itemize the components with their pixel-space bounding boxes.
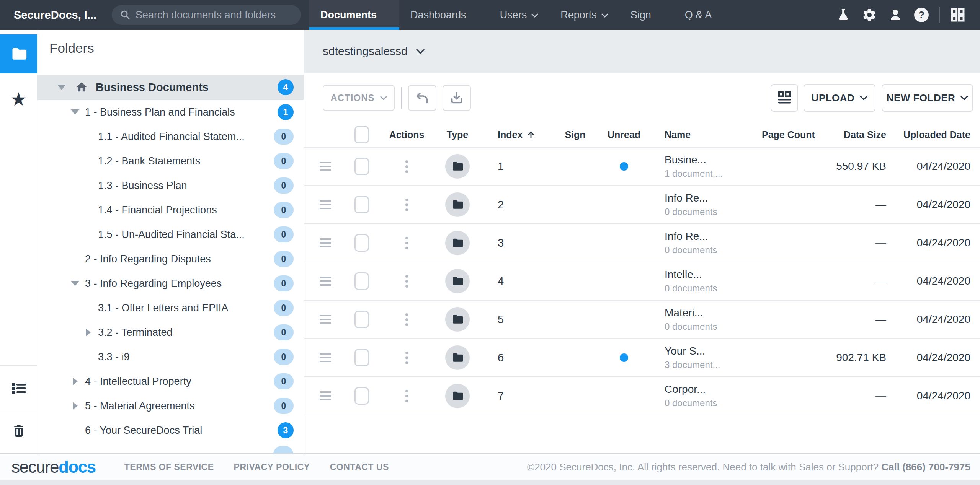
select-all-checkbox[interactable] — [354, 126, 369, 143]
nav-tab-label: Documents — [320, 9, 377, 21]
tree-item[interactable]: 3.2 - Terminated 0 — [37, 320, 304, 345]
undo-button[interactable] — [408, 85, 436, 111]
sign-cell — [549, 224, 601, 262]
tree-item[interactable]: 6 - Your SecureDocs Trial 3 — [37, 418, 304, 443]
column-header-index[interactable]: Index — [479, 129, 549, 140]
tree-item[interactable]: 1 - Business Plan and Financials 1 — [37, 100, 304, 124]
drag-handle-icon[interactable] — [320, 315, 331, 324]
nav-tab[interactable]: Q & A — [674, 0, 735, 30]
expander-triangle-icon[interactable] — [83, 328, 93, 337]
footer-link[interactable]: TERMS OF SERVICE — [124, 462, 214, 472]
drag-handle-icon[interactable] — [320, 277, 331, 286]
user-icon[interactable] — [882, 0, 908, 30]
tree-item-label: 6 - Your SecureDocs Trial — [85, 425, 202, 436]
tree-item[interactable]: 3.3 - i9 0 — [37, 345, 304, 369]
tree-item-badge: 0 — [274, 202, 294, 218]
expander-triangle-icon[interactable] — [70, 107, 80, 117]
table-row[interactable]: 3 Info Re... 0 documents — 04/24/2020 — [304, 224, 980, 262]
drag-handle-icon[interactable] — [320, 200, 331, 209]
row-actions-menu-icon[interactable] — [405, 352, 408, 364]
table-row[interactable]: 2 Info Re... 0 documents — 04/24/2020 — [304, 186, 980, 224]
table-row[interactable]: 6 Your S... 3 document... 902.71 KB 04/2… — [304, 339, 980, 377]
row-actions-menu-icon[interactable] — [405, 199, 408, 211]
row-checkbox[interactable] — [354, 311, 369, 328]
lab-flask-icon[interactable] — [830, 0, 856, 30]
expand-triangle-icon[interactable] — [57, 85, 66, 90]
workspace-dropdown[interactable]: sdtestingsalessd — [323, 45, 425, 58]
actions-button[interactable]: ACTIONS — [323, 85, 395, 111]
tree-item[interactable]: 3 - Info Regarding Employees 0 — [37, 271, 304, 296]
search-input[interactable] — [136, 9, 289, 21]
rail-index-list-icon[interactable] — [0, 375, 37, 402]
download-button[interactable] — [443, 85, 471, 111]
table-row[interactable]: 4 Intelle... 0 documents — 04/24/2020 — [304, 262, 980, 301]
column-header-sign[interactable]: Sign — [549, 129, 601, 140]
tree-item[interactable]: 1.3 - Business Plan 0 — [37, 173, 304, 198]
table-row[interactable]: 7 Corpor... 0 documents — 04/24/2020 — [304, 377, 980, 415]
row-actions-menu-icon[interactable] — [405, 313, 408, 326]
card-view-icon — [776, 90, 792, 106]
apps-grid-icon[interactable] — [945, 0, 971, 30]
row-checkbox[interactable] — [354, 158, 369, 175]
nav-tab[interactable]: Sign — [619, 0, 674, 30]
nav-tab[interactable]: Documents — [309, 0, 399, 30]
view-toggle-button[interactable] — [771, 84, 798, 112]
row-checkbox[interactable] — [354, 196, 369, 213]
row-checkbox[interactable] — [354, 234, 369, 252]
table-row[interactable]: 1 Busine... 1 document,... 550.97 KB 04/… — [304, 148, 980, 186]
row-actions-menu-icon[interactable] — [405, 237, 408, 249]
tree-item-badge: 0 — [274, 300, 294, 316]
column-header-page-count[interactable]: Page Count — [752, 129, 819, 140]
tree-item[interactable]: 5 - Material Agreements 0 — [37, 394, 304, 418]
drag-handle-icon[interactable] — [320, 238, 331, 247]
column-header-unread[interactable]: Unread — [601, 129, 647, 140]
tree-item[interactable]: 4 - Intellectual Property 0 — [37, 369, 304, 394]
tree-item[interactable]: 1.5 - Un-Audited Financial Sta... 0 — [37, 222, 304, 247]
tree-root-business-documents[interactable]: Business Documents 4 — [37, 75, 304, 100]
rail-folders-icon[interactable] — [0, 34, 37, 73]
footer-link[interactable]: CONTACT US — [330, 462, 389, 472]
tree-item[interactable]: 3.1 - Offer Letters and EPIIA 0 — [37, 296, 304, 320]
chevron-down-icon — [860, 96, 867, 100]
row-doc-count: 0 documents — [665, 321, 717, 332]
expander-triangle-icon[interactable] — [70, 377, 80, 386]
row-actions-menu-icon[interactable] — [405, 275, 408, 288]
drag-handle-icon[interactable] — [320, 391, 331, 400]
nav-tab[interactable]: Users — [489, 0, 550, 30]
footer-link[interactable]: PRIVACY POLICY — [234, 462, 310, 472]
new-folder-button[interactable]: NEW FOLDER — [882, 84, 973, 112]
select-all-checkbox-cell — [346, 126, 377, 143]
expander-triangle-icon[interactable] — [70, 279, 80, 288]
tree-item[interactable]: 1.4 - Financial Projections 0 — [37, 198, 304, 222]
nav-tab[interactable]: Dashboards — [399, 0, 489, 30]
row-checkbox[interactable] — [354, 387, 369, 405]
row-name: Info Re... — [665, 192, 708, 204]
nav-tab[interactable]: Reports — [549, 0, 619, 30]
settings-gear-icon[interactable] — [856, 0, 882, 30]
upload-button[interactable]: UPLOAD — [804, 84, 875, 112]
tree-item[interactable]: 1.2 - Bank Statements 0 — [37, 149, 304, 173]
row-actions-menu-icon[interactable] — [405, 390, 408, 402]
row-actions-menu-icon[interactable] — [405, 160, 408, 173]
tree-root-label: Business Documents — [96, 81, 209, 94]
row-checkbox[interactable] — [354, 349, 369, 366]
rail-favorites-icon[interactable]: ★ — [0, 86, 37, 112]
app-window: SecureDocs, I... Documents Dashboards Us… — [0, 0, 980, 485]
drag-handle-icon[interactable] — [320, 353, 331, 362]
column-header-data-size[interactable]: Data Size — [819, 129, 886, 140]
table-row[interactable]: 5 Materi... 0 documents — 04/24/2020 — [304, 301, 980, 339]
tree-item[interactable]: 2 - Info Regarding Disputes 0 — [37, 247, 304, 271]
tree-item-label: 1.3 - Business Plan — [98, 180, 187, 192]
drag-handle-icon[interactable] — [320, 162, 331, 171]
tree-item[interactable]: 1.1 - Audited Financial Statem... 0 — [37, 124, 304, 149]
global-search[interactable] — [112, 5, 301, 25]
expander-triangle-icon[interactable] — [70, 401, 80, 410]
column-header-uploaded-date[interactable]: Uploaded Date — [886, 129, 980, 140]
help-icon[interactable]: ? — [908, 0, 934, 30]
footer: securedocs TERMS OF SERVICEPRIVACY POLIC… — [0, 453, 980, 480]
rail-trash-icon[interactable] — [0, 418, 37, 444]
column-header-actions[interactable]: Actions — [377, 129, 436, 140]
column-header-type[interactable]: Type — [436, 129, 479, 140]
column-header-name[interactable]: Name — [647, 129, 752, 140]
row-checkbox[interactable] — [354, 272, 369, 290]
